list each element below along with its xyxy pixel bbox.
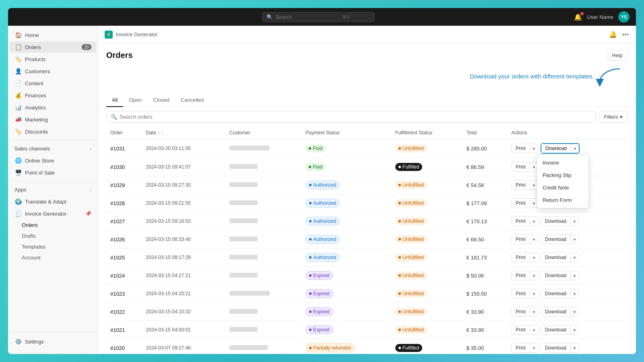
print-split-btn[interactable]: Print ▾ xyxy=(511,307,538,317)
sidebar-item-products[interactable]: 🏷️ Products xyxy=(10,53,96,65)
bell-icon-btn[interactable]: 🔔 xyxy=(608,30,618,39)
sidebar-item-marketing[interactable]: 📣 Marketing xyxy=(10,114,96,125)
order-id: #1023 xyxy=(106,285,142,303)
print-split-btn[interactable]: Print ▾ xyxy=(511,343,538,353)
download-split-btn[interactable]: Download ▾ xyxy=(541,143,580,154)
download-split-btn[interactable]: Download ▾ xyxy=(541,234,579,244)
notifications-bell[interactable]: 🔔 xyxy=(574,13,582,21)
print-button[interactable]: Print xyxy=(512,144,530,153)
tab-cancelled[interactable]: Cancelled xyxy=(175,94,210,107)
dropdown-item[interactable]: Credit Note xyxy=(537,181,588,194)
print-split-btn[interactable]: Print ▾ xyxy=(511,198,538,208)
print-split-btn[interactable]: Print ▾ xyxy=(511,271,538,280)
sidebar-item-finances[interactable]: 💰 Finances xyxy=(10,90,96,101)
dropdown-item[interactable]: Packing Slip xyxy=(537,169,588,181)
print-button[interactable]: Print xyxy=(512,253,530,262)
sidebar-item-discounts[interactable]: 🏷️ Discounts xyxy=(10,126,96,137)
sidebar-sub-drafts[interactable]: Drafts xyxy=(10,231,96,241)
download-button[interactable]: Download xyxy=(541,271,570,280)
download-split-btn[interactable]: Download ▾ xyxy=(541,271,579,280)
print-arrow-button[interactable]: ▾ xyxy=(530,326,538,334)
download-split-btn[interactable]: Download ▾ xyxy=(541,216,579,226)
download-split-btn[interactable]: Download ▾ xyxy=(541,253,579,262)
print-button[interactable]: Print xyxy=(512,162,530,171)
download-arrow-button[interactable]: ▾ xyxy=(570,326,578,334)
print-button[interactable]: Print xyxy=(512,289,530,298)
download-split-btn[interactable]: Download ▾ xyxy=(541,343,579,353)
more-icon-btn[interactable]: ••• xyxy=(621,30,630,39)
print-button[interactable]: Print xyxy=(512,199,530,208)
print-arrow-button[interactable]: ▾ xyxy=(530,290,538,298)
tab-closed[interactable]: Closed xyxy=(147,94,175,107)
sales-channels-section[interactable]: Sales channels › xyxy=(10,143,96,154)
dropdown-item[interactable]: Invoice xyxy=(537,156,588,169)
global-search[interactable]: 🔍 ⌘K xyxy=(262,12,375,22)
print-split-btn[interactable]: Print ▾ xyxy=(511,325,538,335)
download-arrow-button[interactable]: ▾ xyxy=(570,218,578,225)
notification-badge xyxy=(580,12,584,15)
download-split-btn[interactable]: Download ▾ xyxy=(541,307,579,317)
print-arrow-button[interactable]: ▾ xyxy=(530,254,538,261)
orders-search-input[interactable] xyxy=(120,114,591,120)
download-button[interactable]: Download xyxy=(541,144,571,153)
sidebar-sub-orders[interactable]: Orders xyxy=(10,220,96,230)
download-arrow-button[interactable]: ▾ xyxy=(570,254,578,261)
help-button[interactable]: Help xyxy=(607,50,628,61)
print-arrow-button[interactable]: ▾ xyxy=(530,218,538,225)
sidebar-item-point-of-sale[interactable]: 🖥️ Point of Sale xyxy=(10,167,96,178)
print-split-btn[interactable]: Print ▾ xyxy=(511,234,538,244)
print-split-btn[interactable]: Print ▾ xyxy=(511,162,538,172)
print-button[interactable]: Print xyxy=(512,217,530,226)
sidebar-item-content[interactable]: 📄 Content xyxy=(10,78,96,89)
print-arrow-button[interactable]: ▾ xyxy=(530,145,538,152)
sidebar-item-invoice-generator[interactable]: 🧾 Invoice Generator 📌 xyxy=(10,208,96,219)
print-button[interactable]: Print xyxy=(512,325,530,334)
download-button[interactable]: Download xyxy=(541,307,570,316)
print-arrow-button[interactable]: ▾ xyxy=(530,272,538,280)
download-button[interactable]: Download xyxy=(541,235,570,244)
download-arrow-button[interactable]: ▾ xyxy=(571,145,579,152)
download-arrow-button[interactable]: ▾ xyxy=(570,344,578,352)
download-button[interactable]: Download xyxy=(541,343,570,352)
download-arrow-button[interactable]: ▾ xyxy=(570,290,578,298)
sidebar-sub-templates[interactable]: Templates xyxy=(10,242,96,252)
download-arrow-button[interactable]: ▾ xyxy=(570,236,578,243)
download-split-btn[interactable]: Download ▾ xyxy=(541,289,579,298)
sidebar-item-translate[interactable]: 🌍 Translate & Adapt xyxy=(10,196,96,207)
print-button[interactable]: Print xyxy=(512,181,530,189)
download-button[interactable]: Download xyxy=(541,217,570,226)
print-split-btn[interactable]: Print ▾ xyxy=(511,144,538,153)
dropdown-item[interactable]: Return Form xyxy=(537,194,588,206)
sidebar-sub-account[interactable]: Account xyxy=(10,253,96,263)
avatar[interactable]: YS xyxy=(618,11,630,23)
print-button[interactable]: Print xyxy=(512,343,530,352)
download-button[interactable]: Download xyxy=(541,325,570,334)
print-split-btn[interactable]: Print ▾ xyxy=(511,253,538,262)
sidebar-item-analytics[interactable]: 📊 Analytics xyxy=(10,102,96,113)
print-button[interactable]: Print xyxy=(512,307,530,316)
print-split-btn[interactable]: Print ▾ xyxy=(511,289,538,298)
print-split-btn[interactable]: Print ▾ xyxy=(511,180,538,190)
filters-button[interactable]: Filters ▾ xyxy=(599,111,628,123)
tab-all[interactable]: All xyxy=(106,94,123,107)
download-split-btn[interactable]: Download ▾ xyxy=(541,325,579,335)
apps-section[interactable]: Apps › xyxy=(10,184,96,195)
download-button[interactable]: Download xyxy=(541,253,570,262)
sidebar-item-orders[interactable]: 📋 Orders 29 xyxy=(10,41,96,53)
download-arrow-button[interactable]: ▾ xyxy=(570,272,578,280)
sidebar-item-customers[interactable]: 👤 Customers xyxy=(10,66,96,77)
sidebar-item-online-store[interactable]: 🌐 Online Store xyxy=(10,155,96,166)
print-arrow-button[interactable]: ▾ xyxy=(530,308,538,316)
print-button[interactable]: Print xyxy=(512,271,530,280)
sidebar-item-home[interactable]: 🏠 Home xyxy=(10,29,96,41)
print-arrow-button[interactable]: ▾ xyxy=(530,344,538,352)
print-arrow-button[interactable]: ▾ xyxy=(530,236,538,243)
tab-open[interactable]: Open xyxy=(123,94,147,107)
orders-search-box[interactable]: 🔍 xyxy=(106,111,596,123)
download-arrow-button[interactable]: ▾ xyxy=(570,308,578,316)
sidebar-item-settings[interactable]: ⚙️ Settings xyxy=(10,336,96,347)
search-input[interactable] xyxy=(275,14,340,20)
download-button[interactable]: Download xyxy=(541,289,570,298)
print-button[interactable]: Print xyxy=(512,235,530,244)
print-split-btn[interactable]: Print ▾ xyxy=(511,216,538,226)
